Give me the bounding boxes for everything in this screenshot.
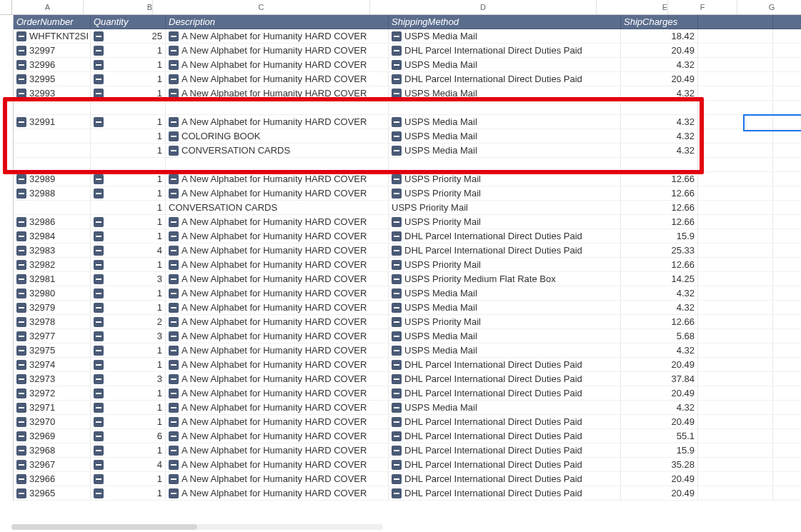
cell-F[interactable]	[698, 158, 773, 172]
row-header[interactable]	[0, 343, 14, 358]
cell-B[interactable]: 1	[91, 58, 166, 72]
cell-D[interactable]	[389, 101, 621, 115]
filter-icon[interactable]	[16, 74, 26, 84]
filter-icon[interactable]	[169, 60, 179, 70]
cell-G[interactable]	[773, 286, 801, 301]
cell-G[interactable]	[773, 244, 801, 258]
cell-E[interactable]: 12.66	[621, 215, 698, 229]
cell-F[interactable]	[698, 486, 773, 501]
cell-G[interactable]	[773, 115, 801, 129]
filter-icon[interactable]	[16, 260, 26, 270]
cell-A[interactable]: 32979	[14, 301, 91, 315]
cell-F[interactable]	[698, 72, 773, 86]
filter-icon[interactable]	[16, 31, 26, 41]
cell-F[interactable]	[698, 343, 773, 358]
cell-D[interactable]: USPS Media Mail	[389, 301, 621, 315]
cell-C[interactable]: A New Alphabet for Humanity HARD COVER	[166, 372, 389, 386]
filter-icon[interactable]	[392, 231, 402, 241]
row-header[interactable]	[0, 443, 14, 458]
cell-F[interactable]	[698, 58, 773, 72]
filter-icon[interactable]	[16, 89, 26, 99]
cell-F[interactable]	[698, 272, 773, 286]
row-header[interactable]	[0, 458, 14, 472]
cell-D[interactable]: USPS Priority Mail	[389, 215, 621, 229]
cell-F[interactable]	[698, 101, 773, 115]
cell-D[interactable]: DHL Parcel International Direct Duties P…	[389, 244, 621, 258]
cell-A[interactable]: 32969	[14, 429, 91, 443]
cell-G[interactable]	[773, 172, 801, 186]
row-header[interactable]	[0, 29, 14, 44]
filter-icon[interactable]	[169, 360, 179, 370]
row-header[interactable]	[0, 429, 14, 443]
cell-C[interactable]: A New Alphabet for Humanity HARD COVER	[166, 258, 389, 272]
filter-icon[interactable]	[94, 360, 104, 370]
filter-icon[interactable]	[392, 331, 402, 341]
filter-icon[interactable]	[94, 417, 104, 427]
cell-A[interactable]: 32982	[14, 258, 91, 272]
cell-G[interactable]	[773, 29, 801, 44]
cell-F[interactable]	[698, 286, 773, 301]
cell-A[interactable]: 32993	[14, 86, 91, 101]
cell-D[interactable]: USPS Priority Mail	[389, 172, 621, 186]
filter-icon[interactable]	[16, 417, 26, 427]
cell-D[interactable]: DHL Parcel International Direct Duties P…	[389, 415, 621, 429]
cell-B[interactable]: 1	[91, 301, 166, 315]
cell-F[interactable]	[698, 329, 773, 343]
table-header-A[interactable]: OrderNumber	[14, 15, 91, 29]
cell-G[interactable]	[773, 458, 801, 472]
cell-D[interactable]: USPS Priority Mail	[389, 258, 621, 272]
cell-C[interactable]: A New Alphabet for Humanity HARD COVER	[166, 472, 389, 486]
filter-icon[interactable]	[392, 417, 402, 427]
cell-A[interactable]: 32986	[14, 215, 91, 229]
filter-icon[interactable]	[169, 246, 179, 256]
filter-icon[interactable]	[169, 431, 179, 441]
cell-D[interactable]: USPS Media Mail	[389, 29, 621, 44]
filter-icon[interactable]	[169, 388, 179, 398]
row-header[interactable]	[0, 415, 14, 429]
row-header[interactable]	[0, 486, 14, 501]
cell-C[interactable]: A New Alphabet for Humanity HARD COVER	[166, 429, 389, 443]
filter-icon[interactable]	[392, 274, 402, 284]
cell-E[interactable]: 12.66	[621, 201, 698, 215]
row-header[interactable]	[0, 72, 14, 86]
cell-E[interactable]: 4.32	[621, 86, 698, 101]
filter-icon[interactable]	[94, 317, 104, 327]
cell-C[interactable]: A New Alphabet for Humanity HARD COVER	[166, 343, 389, 358]
cell-C[interactable]: A New Alphabet for Humanity HARD COVER	[166, 329, 389, 343]
filter-icon[interactable]	[94, 388, 104, 398]
cell-C[interactable]: A New Alphabet for Humanity HARD COVER	[166, 229, 389, 244]
row-header[interactable]	[0, 401, 14, 415]
filter-icon[interactable]	[169, 174, 179, 184]
cell-C[interactable]: A New Alphabet for Humanity HARD COVER	[166, 215, 389, 229]
cell-D[interactable]: USPS Priority Medium Flat Rate Box	[389, 272, 621, 286]
row-header[interactable]	[0, 229, 14, 244]
cell-E[interactable]: 4.32	[621, 58, 698, 72]
cell-F[interactable]	[698, 372, 773, 386]
cell-C[interactable]: A New Alphabet for Humanity HARD COVER	[166, 486, 389, 501]
cell-D[interactable]: USPS Priority Mail	[389, 186, 621, 201]
cell-B[interactable]: 1	[91, 258, 166, 272]
filter-icon[interactable]	[392, 288, 402, 298]
filter-icon[interactable]	[169, 446, 179, 456]
cell-G[interactable]	[773, 329, 801, 343]
column-header-C[interactable]: C	[153, 0, 370, 14]
cell-E[interactable]: 20.49	[621, 486, 698, 501]
cell-C[interactable]: A New Alphabet for Humanity HARD COVER	[166, 86, 389, 101]
cell-F[interactable]	[698, 44, 773, 58]
cell-E[interactable]: 18.42	[621, 29, 698, 44]
filter-icon[interactable]	[392, 131, 402, 141]
row-header[interactable]	[0, 258, 14, 272]
cell-F[interactable]	[698, 186, 773, 201]
filter-icon[interactable]	[169, 74, 179, 84]
cell-E[interactable]: 4.32	[621, 144, 698, 158]
cell-A[interactable]: 32977	[14, 329, 91, 343]
filter-icon[interactable]	[169, 374, 179, 384]
cell-A[interactable]: 32978	[14, 315, 91, 329]
row-header[interactable]	[0, 144, 14, 158]
cell-D[interactable]: USPS Priority Mail	[389, 315, 621, 329]
cell-C[interactable]: A New Alphabet for Humanity HARD COVER	[166, 272, 389, 286]
filter-icon[interactable]	[392, 460, 402, 470]
cell-C[interactable]	[166, 101, 389, 115]
cell-A[interactable]: 32997	[14, 44, 91, 58]
cell-A[interactable]: 32973	[14, 372, 91, 386]
